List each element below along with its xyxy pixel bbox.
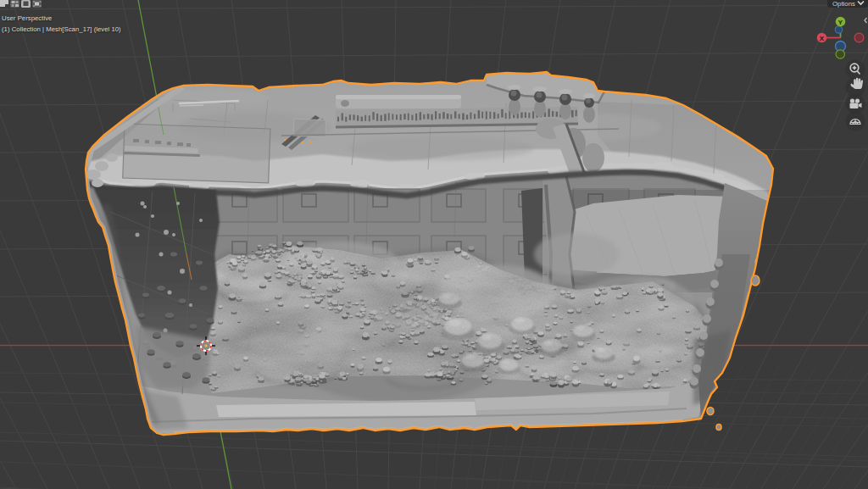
svg-text:(1) Collection | Mesh[Scan_17]: (1) Collection | Mesh[Scan_17] (level 10… <box>2 25 121 33</box>
svg-text:User Perspective: User Perspective <box>2 14 52 22</box>
svg-text:Options: Options <box>832 0 855 8</box>
svg-text:Y: Y <box>838 19 843 26</box>
svg-text:X: X <box>820 35 825 42</box>
